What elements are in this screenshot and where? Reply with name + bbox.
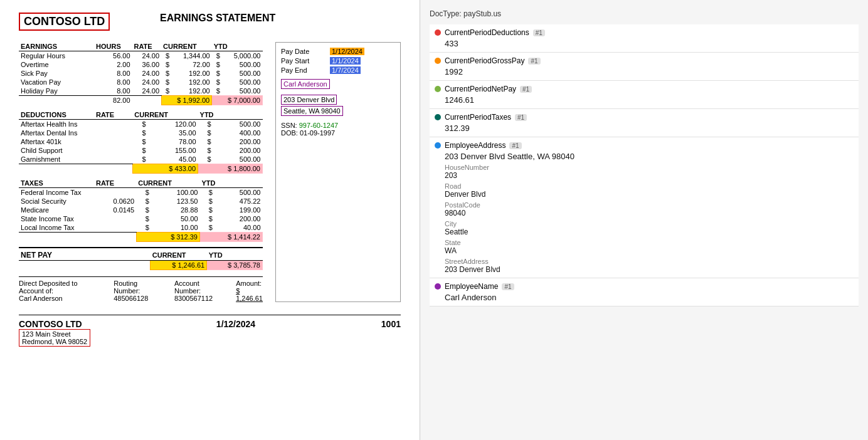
deductions-badge: #1	[533, 29, 545, 36]
netpay-dot	[435, 86, 441, 92]
deductions-field-name: CurrentPeriodDeductions	[445, 28, 529, 37]
employee-name-box: Carl Anderson	[281, 79, 330, 89]
table-row: Child Support $155.00 $200.00	[19, 146, 263, 155]
earnings-col-header: EARNINGS	[19, 42, 94, 51]
taxes-badge: #1	[515, 114, 527, 121]
amount-value: $ 1,246.61	[236, 287, 263, 302]
pay-start-value: 1/1/2024	[330, 57, 361, 65]
taxes-field-value: 312.39	[435, 123, 854, 133]
pay-info-box: Pay Date 1/12/2024 Pay Start 1/1/2024 Pa…	[275, 42, 401, 302]
grosspay-dot	[435, 58, 441, 64]
empname-field-name: EmployeeName	[445, 282, 498, 291]
doctype-row: DocType: payStub.us	[430, 6, 859, 24]
routing-label: Routing Number:	[114, 280, 156, 295]
table-row: State Income Tax $50.00 $200.00	[19, 214, 263, 223]
ytd-col-header: YTD	[212, 42, 263, 51]
deductions-total-row: $ 433.00 $ 1,800.00	[19, 164, 263, 174]
direct-deposit-label: Direct Deposited to Account of:	[19, 280, 95, 295]
taxes-field-name: CurrentPeriodTaxes	[445, 113, 511, 122]
deductions-field-value: 433	[435, 39, 854, 48]
grosspay-badge: #1	[528, 58, 540, 65]
table-row: Vacation Pay 8.0024.00 $192.00 $500.00	[19, 78, 263, 86]
address-badge: #1	[509, 142, 521, 149]
footer-number: 1001	[381, 319, 401, 329]
doctype-label: DocType:	[430, 9, 463, 18]
address-field-name: EmployeeAddress	[445, 141, 505, 150]
taxes-table: TAXES RATE CURRENT YTD Federal Income Ta…	[19, 179, 263, 242]
table-row: Aftertax Health Ins $120.00 $500.00	[19, 120, 263, 129]
footer-section: CONTOSO LTD 123 Main StreetRedmond, WA 9…	[19, 315, 401, 347]
grosspay-field-value: 1992	[435, 67, 854, 76]
empname-badge: #1	[502, 283, 514, 290]
netpay-field-value: 1246.61	[435, 95, 854, 105]
company-title: CONTOSO LTD	[19, 13, 110, 31]
netpay-field-name: CurrentPeriodNetPay	[445, 85, 516, 93]
ssn-label: SSN:	[281, 122, 299, 129]
footer-address: 123 Main StreetRedmond, WA 98052	[19, 329, 90, 347]
table-row: Sick Pay 8.0024.00 $192.00 $500.00	[19, 69, 263, 78]
empname-dot	[435, 283, 441, 290]
net-pay-table: NET PAY CURRENT YTD $ 1,246.61 $ 3,785.7…	[19, 250, 263, 270]
address-line1-box: 203 Denver Blvd	[281, 95, 337, 105]
table-row: Medicare0.0145 $28.88 $199.00	[19, 206, 263, 214]
table-row: Garnishment $45.00 $500.00	[19, 155, 263, 164]
pay-start-label: Pay Start	[281, 57, 325, 65]
address-dot	[435, 142, 441, 149]
table-row: Aftertax Dental Ins $35.00 $400.00	[19, 128, 263, 137]
left-section: EARNINGS HOURS RATE CURRENT YTD Regular …	[19, 42, 263, 302]
pay-date-label: Pay Date	[281, 48, 325, 55]
rate-col-header: RATE	[132, 42, 162, 51]
address-sub-fields: HouseNumber 203 Road Denver Blvd PostalC…	[435, 164, 854, 274]
footer-company-name: CONTOSO LTD	[19, 319, 90, 329]
pay-end-value: 1/7/2024	[330, 66, 361, 74]
table-row: Overtime 2.0036.00 $72.00 $500.00	[19, 60, 263, 69]
account-value: 8300567112	[174, 295, 217, 302]
amount-label: Amount:	[236, 280, 263, 287]
field-item-address[interactable]: EmployeeAddress #1 203 Denver Blvd Seatt…	[430, 137, 859, 278]
dob-value: 01-09-1997	[300, 129, 335, 137]
earnings-total-row: 82.00 $ 1,992.00 $ 7,000.00	[19, 96, 263, 105]
current-col-header: CURRENT	[161, 42, 212, 51]
address-line2-box: Seattle, WA 98040	[281, 106, 343, 116]
table-row: Regular Hours 56.0024.00 $1,344.00 $5,00…	[19, 51, 263, 61]
field-item-taxes[interactable]: CurrentPeriodTaxes #1 312.39	[430, 109, 859, 137]
doctype-value: payStub.us	[463, 9, 501, 18]
field-item-employee-name[interactable]: EmployeeName #1 Carl Anderson	[430, 278, 859, 306]
table-row: Holiday Pay 8.0024.00 $192.00 $500.00	[19, 86, 263, 96]
pay-end-label: Pay End	[281, 66, 325, 74]
net-pay-row: $ 1,246.61 $ 3,785.78	[19, 261, 263, 270]
earnings-statement-title: EARNINGS STATEMENT	[110, 13, 326, 24]
earnings-table: EARNINGS HOURS RATE CURRENT YTD Regular …	[19, 42, 263, 105]
dob-label: DOB:	[281, 129, 300, 137]
taxes-total-row: $ 312.39 $ 1,414.22	[19, 233, 263, 242]
document-panel: CONTOSO LTD EARNINGS STATEMENT EARNINGS …	[0, 0, 420, 440]
ssn-value: 997-60-1247	[299, 122, 338, 129]
direct-deposit-section: Direct Deposited to Account of: Carl And…	[19, 276, 263, 302]
table-row: Federal Income Tax $100.00 $500.00	[19, 188, 263, 197]
deposit-name: Carl Anderson	[19, 295, 95, 302]
table-row: Local Income Tax $10.00 $40.00	[19, 223, 263, 233]
field-item-gross-pay[interactable]: CurrentPeriodGrossPay #1 1992	[430, 53, 859, 81]
field-item-deductions[interactable]: CurrentPeriodDeductions #1 433	[430, 24, 859, 53]
field-item-net-pay[interactable]: CurrentPeriodNetPay #1 1246.61	[430, 81, 859, 109]
routing-value: 485066128	[114, 295, 156, 302]
account-label: Account Number:	[174, 280, 217, 295]
hours-col-header: HOURS	[94, 42, 132, 51]
table-row: Social Security0.0620 $123.50 $475.22	[19, 197, 263, 206]
table-row: Aftertax 401k $78.00 $200.00	[19, 137, 263, 146]
deductions-table: DEDUCTIONS RATE CURRENT YTD Aftertax Hea…	[19, 110, 263, 174]
taxes-dot	[435, 114, 441, 120]
pay-date-value: 1/12/2024	[330, 48, 364, 55]
deductions-dot	[435, 29, 441, 36]
empname-field-value: Carl Anderson	[435, 293, 854, 302]
netpay-badge: #1	[520, 86, 532, 93]
field-panel: DocType: payStub.us CurrentPeriodDeducti…	[420, 0, 868, 440]
address-field-value: 203 Denver Blvd Seattle, WA 98040	[435, 152, 854, 161]
grosspay-field-name: CurrentPeriodGrossPay	[445, 56, 524, 65]
footer-date: 1/12/2024	[216, 319, 255, 329]
